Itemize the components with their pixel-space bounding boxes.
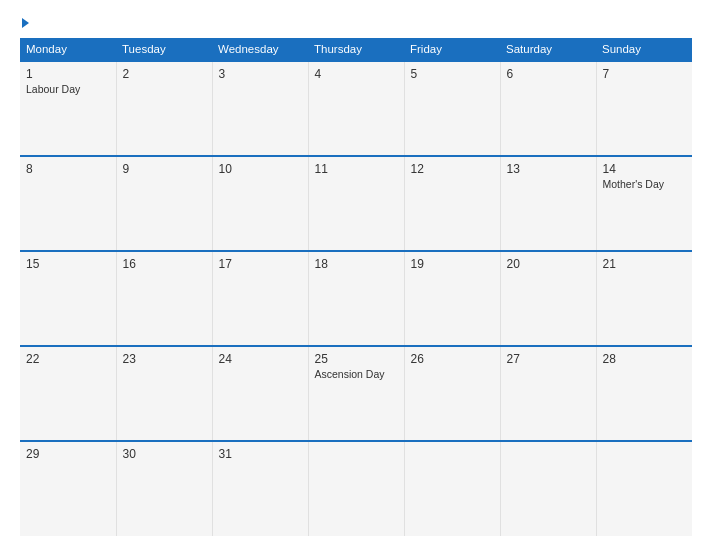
day-number: 22 xyxy=(26,352,110,366)
calendar-cell: 23 xyxy=(116,346,212,441)
day-number: 29 xyxy=(26,447,110,461)
day-number: 23 xyxy=(123,352,206,366)
day-number: 27 xyxy=(507,352,590,366)
day-number: 9 xyxy=(123,162,206,176)
col-thursday: Thursday xyxy=(308,38,404,61)
calendar-cell: 30 xyxy=(116,441,212,536)
header xyxy=(20,18,692,28)
calendar-cell: 6 xyxy=(500,61,596,156)
calendar-cell xyxy=(596,441,692,536)
day-number: 18 xyxy=(315,257,398,271)
calendar-cell: 7 xyxy=(596,61,692,156)
calendar-cell: 25Ascension Day xyxy=(308,346,404,441)
day-number: 1 xyxy=(26,67,110,81)
calendar-cell: 16 xyxy=(116,251,212,346)
day-number: 15 xyxy=(26,257,110,271)
holiday-name: Ascension Day xyxy=(315,368,398,380)
day-number: 14 xyxy=(603,162,687,176)
calendar-cell: 31 xyxy=(212,441,308,536)
logo xyxy=(20,18,31,28)
calendar-cell xyxy=(500,441,596,536)
day-number: 3 xyxy=(219,67,302,81)
calendar-cell xyxy=(308,441,404,536)
calendar-cell: 22 xyxy=(20,346,116,441)
calendar-cell: 10 xyxy=(212,156,308,251)
calendar-cell: 2 xyxy=(116,61,212,156)
col-sunday: Sunday xyxy=(596,38,692,61)
calendar-cell: 13 xyxy=(500,156,596,251)
calendar-cell: 27 xyxy=(500,346,596,441)
col-saturday: Saturday xyxy=(500,38,596,61)
calendar-cell: 26 xyxy=(404,346,500,441)
day-number: 28 xyxy=(603,352,687,366)
day-number: 4 xyxy=(315,67,398,81)
calendar-cell: 28 xyxy=(596,346,692,441)
day-number: 20 xyxy=(507,257,590,271)
col-friday: Friday xyxy=(404,38,500,61)
col-tuesday: Tuesday xyxy=(116,38,212,61)
day-number: 2 xyxy=(123,67,206,81)
day-number: 10 xyxy=(219,162,302,176)
calendar-cell: 29 xyxy=(20,441,116,536)
day-number: 13 xyxy=(507,162,590,176)
calendar-cell: 21 xyxy=(596,251,692,346)
day-number: 31 xyxy=(219,447,302,461)
calendar-cell: 4 xyxy=(308,61,404,156)
calendar-week-row: 293031 xyxy=(20,441,692,536)
day-number: 7 xyxy=(603,67,687,81)
calendar-week-row: 891011121314Mother's Day xyxy=(20,156,692,251)
calendar-cell: 1Labour Day xyxy=(20,61,116,156)
calendar-cell: 9 xyxy=(116,156,212,251)
calendar-cell: 3 xyxy=(212,61,308,156)
day-number: 24 xyxy=(219,352,302,366)
day-number: 6 xyxy=(507,67,590,81)
calendar-cell xyxy=(404,441,500,536)
calendar-cell: 12 xyxy=(404,156,500,251)
day-number: 17 xyxy=(219,257,302,271)
day-number: 21 xyxy=(603,257,687,271)
calendar-cell: 14Mother's Day xyxy=(596,156,692,251)
calendar-cell: 18 xyxy=(308,251,404,346)
col-monday: Monday xyxy=(20,38,116,61)
day-number: 16 xyxy=(123,257,206,271)
day-number: 30 xyxy=(123,447,206,461)
holiday-name: Mother's Day xyxy=(603,178,687,190)
logo-triangle-icon xyxy=(22,18,29,28)
calendar-cell: 15 xyxy=(20,251,116,346)
day-number: 8 xyxy=(26,162,110,176)
day-number: 12 xyxy=(411,162,494,176)
day-number: 5 xyxy=(411,67,494,81)
day-number: 26 xyxy=(411,352,494,366)
calendar-cell: 17 xyxy=(212,251,308,346)
holiday-name: Labour Day xyxy=(26,83,110,95)
calendar-cell: 20 xyxy=(500,251,596,346)
logo-blue-text xyxy=(20,18,31,28)
calendar-week-row: 22232425Ascension Day262728 xyxy=(20,346,692,441)
calendar-cell: 5 xyxy=(404,61,500,156)
calendar-cell: 8 xyxy=(20,156,116,251)
calendar-page: Monday Tuesday Wednesday Thursday Friday… xyxy=(0,0,712,550)
calendar-cell: 24 xyxy=(212,346,308,441)
day-number: 11 xyxy=(315,162,398,176)
calendar-week-row: 15161718192021 xyxy=(20,251,692,346)
calendar-table: Monday Tuesday Wednesday Thursday Friday… xyxy=(20,38,692,536)
day-number: 25 xyxy=(315,352,398,366)
calendar-cell: 19 xyxy=(404,251,500,346)
calendar-week-row: 1Labour Day234567 xyxy=(20,61,692,156)
col-wednesday: Wednesday xyxy=(212,38,308,61)
calendar-cell: 11 xyxy=(308,156,404,251)
day-header-row: Monday Tuesday Wednesday Thursday Friday… xyxy=(20,38,692,61)
day-number: 19 xyxy=(411,257,494,271)
